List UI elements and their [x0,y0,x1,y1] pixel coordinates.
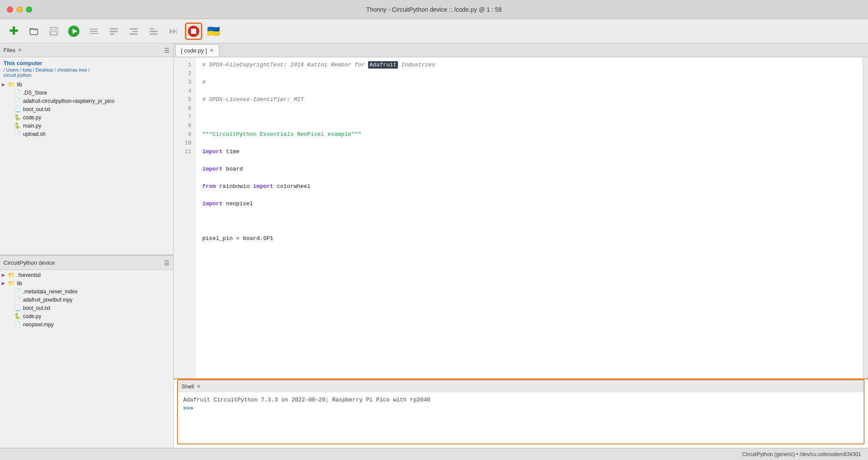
step-over-button[interactable] [105,23,122,40]
code-line-5: """CircuitPython Essentials NeoPixel exa… [202,130,856,139]
this-computer-label[interactable]: This computer [0,57,173,67]
tree-item-code-py[interactable]: 🐍 code.py [0,113,173,122]
run-button[interactable] [65,23,82,40]
tree-item-lib-device[interactable]: ▶ 📁 lib [0,279,173,287]
code-line-3: # SPDX-License-Identifier: MIT [202,95,856,104]
expand-icon-lib-device: ▶ [2,281,8,286]
code-editor[interactable]: # SPDX-FileCopyrightText: 2018 Kattni Re… [195,57,863,378]
folder-icon-lib-device: 📁 [8,280,16,286]
main-area: Files ✕ ☰ This computer / Users / kota /… [0,43,868,448]
open-button[interactable] [25,23,43,40]
minimize-button[interactable] [16,7,23,13]
shell-title: Shell [181,383,194,390]
window-controls [7,7,32,13]
shell-panel: Shell ✕ Adafruit CircuitPython 7.3.3 on … [174,378,868,448]
line-num-1: 1 [181,61,191,69]
tree-item-main-py[interactable]: 🐍 main.py [0,122,173,130]
file-icon-neopixel: 📄 [14,321,22,328]
line-num-4: 4 [181,87,191,95]
close-button[interactable] [7,7,13,13]
save-button[interactable] [45,23,62,40]
editor-scrollbar[interactable] [863,57,868,378]
svg-rect-11 [110,33,114,35]
resume-button[interactable]: ⏭ [165,23,182,40]
device-panel-menu[interactable]: ☰ [164,260,170,266]
file-icon-metadata: 📄 [14,288,22,295]
code-line-2: # [202,78,856,87]
line-num-5: 5 [181,95,191,104]
python-icon-code: 🐍 [14,114,22,121]
shell-prompt: >>> [183,405,193,412]
statusbar-text: CircuitPython (generic) • /dev/cu.usbmod… [742,451,861,457]
python-icon-main: 🐍 [14,122,22,129]
ukraine-flag-button[interactable]: 🇺🇦 [205,23,222,40]
stop-button[interactable] [185,23,202,40]
tree-label-boot-device: boot_out.txt [23,305,50,311]
svg-rect-2 [52,27,56,30]
step-over-icon [108,26,119,36]
tree-label-main-py: main.py [23,123,41,129]
step-out-button[interactable] [145,23,162,40]
code-line-8: from rainbowio import colorwheel [202,182,856,191]
tree-item-adafruit-pixelbuf[interactable]: 📄 adafruit_pixelbuf.mpy [0,296,173,304]
tree-item-boot-out[interactable]: 📃 boot_out.txt [0,105,173,113]
stop-icon [187,25,200,37]
tree-item-upload-sh[interactable]: 📄 upload.sh [0,130,173,138]
svg-rect-14 [130,33,138,35]
tab-close-code[interactable]: ✕ [210,48,214,53]
file-tree-computer: ▶ 📁 lib 📄 .DS_Store 📄 adafruit-circuitpy… [0,79,173,139]
sidebar: Files ✕ ☰ This computer / Users / kota /… [0,43,174,448]
tree-label-fseventsd: .fseventsd [17,272,41,278]
tree-label-boot-out: boot_out.txt [23,106,50,112]
files-section-computer: This computer / Users / kota / Desktop /… [0,57,173,254]
debug-icon [89,26,99,36]
device-panel-title: CircuitPython device [3,260,55,266]
files-panel-header: Files ✕ ☰ [0,43,173,57]
doc-icon-boot-device: 📃 [14,305,22,311]
tree-item-lib[interactable]: ▶ 📁 lib [0,80,173,89]
tree-label-ds-store: .DS_Store [23,90,47,96]
breadcrumb-christmas-tree[interactable]: christmas tree [57,67,87,72]
shell-content[interactable]: Adafruit CircuitPython 7.3.3 on 2022-08-… [177,392,865,444]
tree-label-metadata: .metadata_never_index [23,289,77,295]
line-num-2: 2 [181,69,191,78]
files-panel: Files ✕ ☰ This computer / Users / kota /… [0,43,173,254]
save-icon [49,26,59,36]
debug-button[interactable] [85,23,102,40]
tree-label-neopixel: neopixel.mpy [23,322,54,328]
shell-prompt-line: >>> [183,404,858,413]
tree-item-code-device[interactable]: 🐍 code.py [0,312,173,320]
breadcrumb-circuit-python[interactable]: circuit python [3,72,32,78]
files-panel-menu[interactable]: ☰ [164,47,170,54]
step-out-icon [148,26,159,36]
file-tree-device: ▶ 📁 .fseventsd ▶ 📁 lib 📄 .metadata_never… [0,270,173,329]
editor-tab-code[interactable]: [ code.py ] ✕ [175,44,219,56]
tree-item-neopixel[interactable]: 📄 neopixel.mpy [0,320,173,329]
tree-label-upload-sh: upload.sh [23,131,46,137]
code-line-11: pixel_pin = board.GP1 [202,234,856,243]
file-icon-ds-store: 📄 [14,89,22,96]
tree-item-metadata[interactable]: 📄 .metadata_never_index [0,287,173,296]
code-line-4 [202,113,856,122]
tree-item-fseventsd[interactable]: ▶ 📁 .fseventsd [0,271,173,279]
tree-label-lib-device: lib [17,280,22,286]
shell-close[interactable]: ✕ [197,384,201,389]
code-line-10 [202,217,856,226]
files-panel-close[interactable]: ✕ [18,47,22,53]
tree-item-adafruit[interactable]: 📄 adafruit-circuitpython-raspberry_pi_pi… [0,97,173,105]
editor-container[interactable]: 1 2 3 4 5 6 7 8 9 10 11 # SPDX-FileCopyr… [174,57,868,378]
editor-area: [ code.py ] ✕ 1 2 3 4 5 6 7 8 9 10 11 # … [174,43,868,448]
svg-rect-0 [30,29,38,35]
new-file-button[interactable]: ✚ [5,23,23,40]
maximize-button[interactable] [26,7,32,13]
device-panel-header: CircuitPython device ☰ [0,256,173,270]
window-title: Thonny - CircuitPython device :: /code.p… [366,6,502,13]
tree-item-ds-store[interactable]: 📄 .DS_Store [0,89,173,97]
toolbar: ✚ [0,19,868,43]
step-in-button[interactable] [125,23,142,40]
doc-icon-boot-out: 📃 [14,106,22,112]
tree-item-boot-out-device[interactable]: 📃 boot_out.txt [0,304,173,312]
files-panel-title: Files [3,47,15,53]
line-num-11: 11 [181,148,191,156]
tree-label-code-py: code.py [23,115,41,121]
